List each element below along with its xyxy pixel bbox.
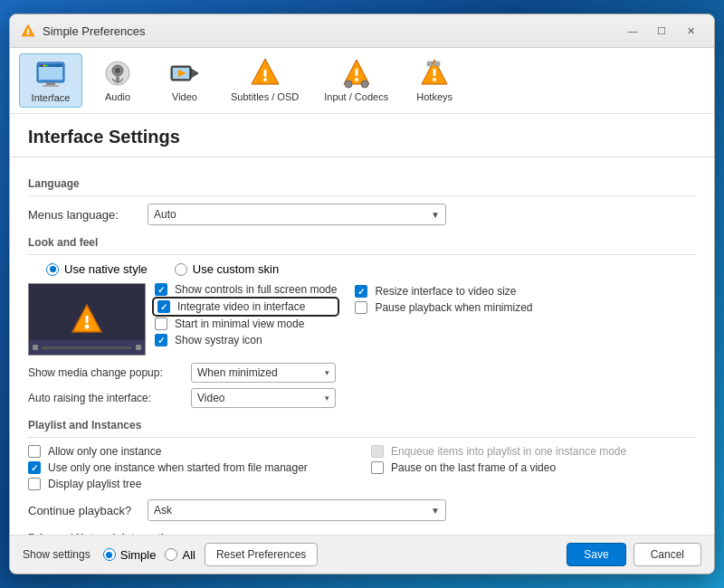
auto-raise-arrow: ▾: [325, 394, 329, 403]
continue-playback-row: Continue playback? Ask ▼: [28, 499, 696, 521]
page-title: Interface Settings: [10, 114, 714, 157]
svg-point-10: [46, 65, 48, 67]
resize-interface-row: Resize interface to video size: [355, 285, 532, 298]
all-radio-label: All: [182, 548, 195, 562]
continue-playback-value: Ask: [154, 504, 431, 517]
svg-point-1: [27, 33, 30, 35]
svg-rect-29: [433, 69, 436, 76]
svg-marker-17: [191, 69, 198, 78]
auto-raise-value: Video: [197, 392, 325, 404]
menus-language-label: Menus language:: [28, 208, 137, 222]
one-instance-row: Allow only one instance: [28, 445, 353, 458]
svg-rect-21: [263, 70, 266, 77]
minimize-button[interactable]: —: [620, 22, 645, 40]
menus-language-value: Auto: [154, 208, 431, 221]
svg-rect-31: [434, 62, 440, 66]
menus-language-dropdown[interactable]: Auto ▼: [148, 204, 446, 225]
playlist-tree-row: Display playlist tree: [28, 478, 353, 490]
close-button[interactable]: ✕: [678, 22, 703, 40]
file-manager-instance-label: Use only one instance when started from …: [48, 461, 308, 474]
svg-rect-6: [46, 82, 55, 85]
playlist-cols: Allow only one instance Use only one ins…: [28, 445, 696, 494]
save-button[interactable]: Save: [567, 543, 625, 566]
title-bar: Simple Preferences — ☐ ✕: [10, 14, 714, 48]
svg-point-26: [361, 81, 368, 88]
playlist-left-col: Allow only one instance Use only one ins…: [28, 445, 353, 494]
tab-audio[interactable]: Audio: [86, 53, 149, 108]
cancel-button[interactable]: Cancel: [634, 543, 701, 566]
auto-raise-row: Auto raising the interface: Video ▾: [28, 388, 696, 408]
continue-playback-label: Continue playback?: [28, 504, 137, 517]
look-feel-checkboxes-left: Show controls in full screen mode Integr…: [155, 283, 337, 363]
bottom-bar: Show settings Simple All Reset Preferenc…: [10, 535, 714, 574]
interface-icon: [34, 58, 67, 90]
preview-progress: [42, 346, 132, 349]
svg-rect-24: [355, 69, 357, 76]
action-buttons: Save Cancel: [567, 543, 701, 566]
tab-hotkeys[interactable]: Hotkeys: [403, 53, 466, 108]
window-title: Simple Preferences: [43, 24, 613, 38]
native-style-label: Use native style: [64, 262, 148, 276]
native-style-radio[interactable]: Use native style: [46, 262, 148, 276]
input-icon: [340, 57, 373, 90]
tab-input[interactable]: Input / Codecs: [313, 53, 399, 108]
media-popup-label: Show media change popup:: [28, 366, 182, 379]
media-popup-row: Show media change popup: When minimized …: [28, 363, 696, 383]
main-window: Simple Preferences — ☐ ✕ I: [9, 14, 715, 574]
show-settings-label: Show settings: [23, 548, 90, 561]
custom-skin-radio[interactable]: Use custom skin: [175, 262, 279, 276]
tab-interface-label: Interface: [32, 92, 71, 103]
minimal-view-checkbox[interactable]: [155, 318, 167, 330]
fullscreen-controls-checkbox[interactable]: [155, 283, 167, 296]
tab-interface[interactable]: Interface: [19, 53, 82, 108]
pause-minimized-checkbox[interactable]: [355, 301, 367, 314]
tab-audio-label: Audio: [105, 91, 130, 102]
one-instance-checkbox[interactable]: [28, 445, 41, 458]
svg-point-25: [345, 81, 352, 88]
simple-radio[interactable]: Simple: [103, 548, 157, 562]
svg-point-8: [41, 65, 43, 67]
auto-raise-label: Auto raising the interface:: [28, 392, 182, 404]
tab-subtitles[interactable]: Subtitles / OSD: [220, 53, 310, 108]
playlist-tree-checkbox[interactable]: [28, 478, 41, 490]
tab-hotkeys-label: Hotkeys: [416, 91, 452, 102]
file-manager-instance-checkbox[interactable]: [28, 461, 41, 474]
integrate-video-row: Integrate video in interface: [155, 299, 337, 314]
simple-radio-label: Simple: [120, 548, 157, 562]
resize-interface-checkbox[interactable]: [355, 285, 367, 298]
preview-and-options: Show controls in full screen mode Integr…: [28, 283, 337, 363]
preview-controls-bar: [29, 340, 145, 355]
integrate-video-checkbox[interactable]: [157, 300, 170, 313]
style-radio-row: Use native style Use custom skin: [28, 262, 696, 276]
media-popup-value: When minimized: [197, 366, 325, 379]
svg-point-20: [263, 78, 267, 81]
continue-playback-arrow: ▼: [431, 506, 440, 516]
preview-bar-item2: [136, 345, 141, 350]
svg-point-23: [355, 78, 358, 81]
enqueue-items-checkbox: [371, 445, 384, 458]
custom-skin-radio-indicator: [175, 263, 187, 276]
minimal-view-label: Start in minimal view mode: [175, 318, 304, 330]
video-icon: [168, 57, 201, 90]
svg-rect-30: [427, 62, 433, 66]
reset-preferences-button[interactable]: Reset Preferences: [205, 543, 318, 566]
maximize-button[interactable]: ☐: [649, 22, 674, 40]
svg-point-28: [433, 78, 436, 81]
systray-checkbox[interactable]: [155, 334, 167, 346]
media-popup-dropdown[interactable]: When minimized ▾: [191, 363, 336, 383]
file-manager-instance-row: Use only one instance when started from …: [28, 461, 353, 474]
svg-rect-34: [86, 316, 89, 323]
svg-point-33: [85, 325, 90, 329]
pause-minimized-label: Pause playback when minimized: [375, 301, 532, 314]
minimal-view-row: Start in minimal view mode: [155, 318, 337, 330]
playlist-right-col: Enqueue items into playlist in one insta…: [371, 445, 696, 478]
all-radio[interactable]: All: [165, 548, 195, 562]
enqueue-items-row: Enqueue items into playlist in one insta…: [371, 445, 696, 458]
continue-playback-dropdown[interactable]: Ask ▼: [148, 499, 446, 521]
pause-last-frame-checkbox[interactable]: [371, 461, 384, 474]
tab-video[interactable]: Video: [153, 53, 216, 108]
all-radio-indicator: [165, 548, 177, 561]
simple-radio-indicator: [103, 548, 116, 561]
svg-point-9: [43, 65, 45, 67]
auto-raise-dropdown[interactable]: Video ▾: [191, 388, 336, 408]
